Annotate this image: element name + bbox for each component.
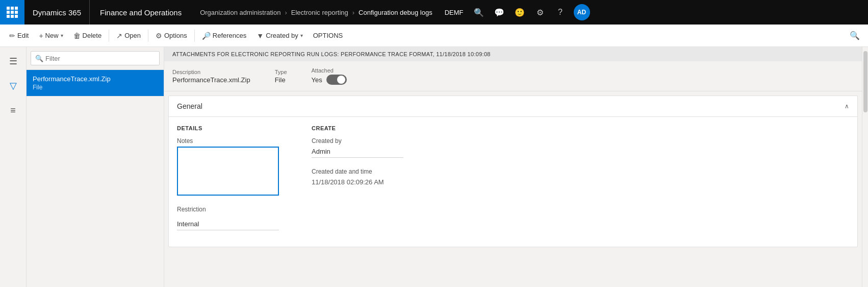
description-label: Description [172,69,250,75]
search-icon-nav[interactable]: 🔍 [470,3,488,21]
delete-icon: 🗑 [73,32,81,40]
smiley-icon[interactable]: 🙂 [510,3,529,21]
references-button[interactable]: 🔎 References [197,28,251,44]
list-items: PerformanceTrace.xml.Zip File [27,70,164,287]
created-date-field: Created date and time 11/18/2018 02:09:2… [312,168,403,188]
restriction-field: Restriction Internal [177,206,279,230]
filter-icon: ▼ [257,32,264,40]
meta-attached: Attached Yes [312,67,347,85]
create-column: CREATE Created by Admin Created date and… [312,125,403,238]
open-icon: ↗ [116,32,122,40]
brand-finance-operations[interactable]: Finance and Operations [90,0,192,25]
toolbar-right: 🔍 [846,29,864,42]
toolbar: ✏ Edit + New ▾ 🗑 Delete ↗ Open ⚙ Options… [0,25,868,47]
general-section: General ∧ DETAILS Notes Restriction Inte… [168,95,858,247]
edit-button[interactable]: ✏ Edit [4,28,34,44]
created-by-label: Created by [312,137,403,145]
created-date-label: Created date and time [312,168,403,175]
attached-toggle[interactable] [326,75,347,85]
created-by-chevron-icon: ▾ [300,33,303,38]
settings-icon[interactable]: ⚙ [531,3,549,21]
attachment-header: ATTACHMENTS FOR ELECTRONIC REPORTING RUN… [164,47,862,61]
notes-field: Notes [177,137,279,196]
breadcrumb-org-admin[interactable]: Organization administration [200,9,280,16]
chat-icon[interactable]: 💬 [490,3,508,21]
created-by-value: Admin [312,147,403,158]
meta-type: Type File [275,69,287,84]
filter-input[interactable] [45,55,155,62]
scrollbar-thumb[interactable] [863,51,867,112]
options-button[interactable]: ⚙ Options [150,28,192,44]
nav-right: DEMF 🔍 💬 🙂 ⚙ ? AD [441,3,594,21]
new-chevron-icon: ▾ [61,33,63,38]
list-item-subtitle: File [33,84,158,91]
right-scrollbar[interactable] [862,47,868,287]
toolbar-separator2 [148,30,148,42]
created-by-button[interactable]: ▼ Created by ▾ [251,28,308,44]
toolbar-search-icon[interactable]: 🔍 [846,29,864,42]
breadcrumb-chevron1: › [285,9,287,16]
type-label: Type [275,69,287,75]
filter-input-wrapper: 🔍 [31,51,160,65]
type-value: File [275,76,287,84]
top-nav: Dynamics 365 Finance and Operations Orga… [0,0,868,25]
nav-left: Dynamics 365 Finance and Operations Orga… [0,0,441,25]
new-button[interactable]: + New ▾ [34,28,68,44]
section-header[interactable]: General ∧ [169,96,857,117]
options-icon: ⚙ [156,32,162,40]
plus-icon: + [39,32,43,40]
delete-button[interactable]: 🗑 Delete [68,28,107,44]
brand-dynamics365[interactable]: Dynamics 365 [24,0,90,25]
list-panel: 🔍 PerformanceTrace.xml.Zip File [27,47,164,287]
notes-textarea[interactable] [177,147,279,196]
attached-toggle-container: Yes [312,75,347,85]
notes-label: Notes [177,137,279,145]
edit-icon: ✏ [9,32,15,40]
attached-label: Attached [312,67,347,74]
sidebar: ☰ ▽ ≡ [0,47,27,287]
sidebar-nav-icon[interactable]: ☰ [3,51,23,71]
filter-search-icon: 🔍 [35,55,43,62]
open-button[interactable]: ↗ Open [111,28,146,44]
details-header: DETAILS [177,125,279,131]
list-item[interactable]: PerformanceTrace.xml.Zip File [27,70,164,97]
created-date-value: 11/18/2018 02:09:26 AM [312,177,403,188]
restriction-label: Restriction [177,206,279,213]
sidebar-filter-icon[interactable]: ▽ [3,76,23,96]
breadcrumb-chevron2: › [352,9,354,16]
details-column: DETAILS Notes Restriction Internal [177,125,279,238]
environment-label: DEMF [441,9,468,16]
options-menu-button[interactable]: OPTIONS [308,28,348,44]
toolbar-separator1 [109,30,109,42]
grid-icon [7,7,18,18]
section-body: DETAILS Notes Restriction Internal CREAT… [169,117,857,247]
help-icon[interactable]: ? [551,3,570,21]
detail-panel: ATTACHMENTS FOR ELECTRONIC REPORTING RUN… [164,47,862,287]
list-item-title: PerformanceTrace.xml.Zip [33,75,158,83]
section-collapse-icon: ∧ [845,103,849,110]
sidebar-list-icon[interactable]: ≡ [3,100,23,121]
breadcrumb-config-debug[interactable]: Configuration debug logs [359,9,432,16]
avatar[interactable]: AD [574,4,590,20]
attached-value: Yes [312,76,322,84]
section-title: General [177,102,202,110]
created-by-field: Created by Admin [312,137,403,158]
create-header: CREATE [312,125,403,131]
breadcrumb: Organization administration › Electronic… [192,9,441,16]
breadcrumb-electronic-reporting[interactable]: Electronic reporting [291,9,348,16]
restriction-value: Internal [177,219,279,230]
app-grid-button[interactable] [0,0,24,25]
attachment-meta: Description PerformanceTrace.xml.Zip Typ… [164,61,862,91]
description-value: PerformanceTrace.xml.Zip [172,76,250,84]
list-filter-area: 🔍 [27,47,164,70]
meta-description: Description PerformanceTrace.xml.Zip [172,69,250,84]
references-icon: 🔎 [202,32,211,40]
main-layout: ☰ ▽ ≡ 🔍 PerformanceTrace.xml.Zip File AT… [0,47,868,287]
toolbar-separator3 [194,30,195,42]
